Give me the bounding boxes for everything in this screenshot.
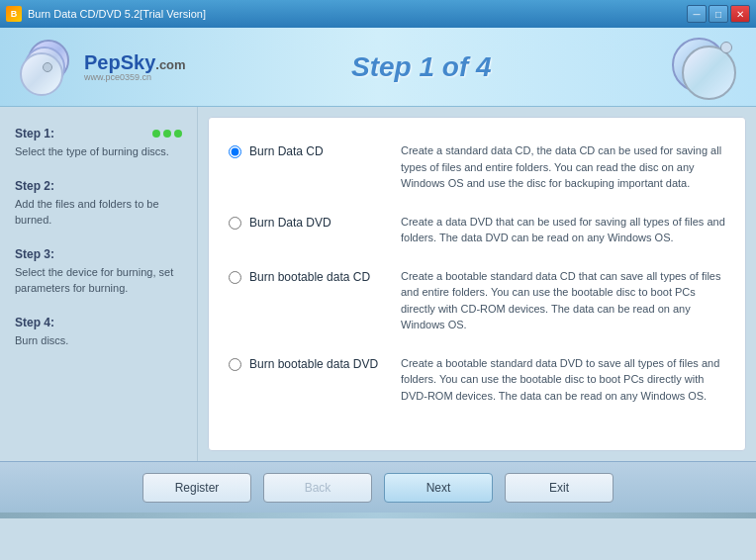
radio-burn-cd[interactable] (229, 145, 241, 158)
sidebar-step-3: Step 3: Select the device for burning, s… (15, 247, 182, 296)
footer: Register Back Next Exit (0, 461, 756, 513)
bottom-strip (0, 513, 756, 518)
step4-label: Step 4: (15, 316, 54, 329)
window-controls: ─ □ ✕ (687, 5, 750, 23)
next-button[interactable]: Next (384, 473, 493, 503)
option-row-4: Burn bootable data DVD Create a bootable… (229, 355, 725, 405)
desc-burn-bootable-dvd: Create a bootable standard data DVD to s… (401, 355, 725, 405)
step3-label: Step 3: (15, 247, 54, 261)
radio-burn-bootable-cd[interactable] (229, 271, 241, 284)
dot1 (152, 130, 160, 138)
dot2 (163, 130, 171, 138)
radio-col-3: Burn bootable data CD (229, 268, 387, 284)
title-bar: B Burn Data CD/DVD 5.2[Trial Version] ─ … (0, 0, 756, 28)
label-burn-dvd[interactable]: Burn Data DVD (249, 216, 331, 230)
step3-desc: Select the device for burning, set param… (15, 265, 182, 296)
disc-stack (657, 38, 736, 97)
maximize-button[interactable]: □ (709, 5, 728, 23)
step2-desc: Add the files and folders to be burned. (15, 197, 182, 228)
step1-label: Step 1: (15, 127, 54, 140)
step2-label: Step 2: (15, 179, 54, 193)
sidebar-step-1: Step 1: Select the type of burning discs… (15, 127, 182, 159)
label-burn-bootable-cd[interactable]: Burn bootable data CD (249, 270, 370, 284)
logo-url: www.pce0359.cn (84, 73, 186, 83)
desc-burn-bootable-cd: Create a bootable standard data CD that … (401, 268, 725, 333)
register-button[interactable]: Register (142, 473, 251, 503)
sidebar: Step 1: Select the type of burning discs… (0, 107, 198, 461)
main-panel: Burn Data CD Create a standard data CD, … (208, 117, 746, 451)
desc-burn-cd: Create a standard data CD, the data CD c… (401, 142, 725, 192)
back-button[interactable]: Back (263, 473, 372, 503)
label-burn-bootable-dvd[interactable]: Burn bootable data DVD (249, 357, 378, 371)
minimize-button[interactable]: ─ (687, 5, 707, 23)
sidebar-step-2: Step 2: Add the files and folders to be … (15, 179, 182, 228)
radio-burn-dvd[interactable] (229, 217, 241, 230)
sidebar-step-4: Step 4: Burn discs. (15, 316, 182, 348)
window-title: Burn Data CD/DVD 5.2[Trial Version] (28, 8, 206, 20)
radio-col-1: Burn Data CD (229, 142, 387, 158)
logo: PepSky.com www.pce0359.cn (20, 35, 186, 99)
radio-col-2: Burn Data DVD (229, 214, 387, 230)
step4-desc: Burn discs. (15, 333, 182, 348)
close-button[interactable]: ✕ (730, 5, 750, 23)
desc-burn-dvd: Create a data DVD that can be used for s… (401, 214, 725, 246)
step1-desc: Select the type of burning discs. (15, 144, 182, 159)
header: PepSky.com www.pce0359.cn Step 1 of 4 (0, 28, 756, 107)
option-row-2: Burn Data DVD Create a data DVD that can… (229, 214, 725, 246)
radio-burn-bootable-dvd[interactable] (229, 358, 241, 371)
step-title: Step 1 of 4 (186, 51, 657, 83)
label-burn-cd[interactable]: Burn Data CD (249, 144, 324, 158)
radio-col-4: Burn bootable data DVD (229, 355, 387, 371)
logo-text: PepSky.com (84, 51, 186, 73)
option-row-3: Burn bootable data CD Create a bootable … (229, 268, 725, 333)
app-icon: B (6, 6, 22, 22)
exit-button[interactable]: Exit (505, 473, 614, 503)
dot3 (174, 130, 182, 138)
content-area: Step 1: Select the type of burning discs… (0, 107, 756, 461)
titlebar-left: B Burn Data CD/DVD 5.2[Trial Version] (6, 6, 206, 22)
option-row-1: Burn Data CD Create a standard data CD, … (229, 142, 725, 192)
step1-dots (152, 130, 182, 138)
